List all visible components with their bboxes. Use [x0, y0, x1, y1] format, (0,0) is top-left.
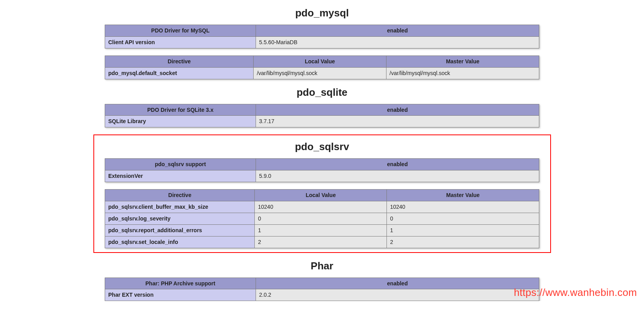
directive-name: pdo_sqlsrv.report_additional_errors [105, 224, 255, 236]
pdo-mysql-directive-table-wrap: Directive Local Value Master Value pdo_m… [105, 56, 539, 79]
section-heading-pdo-sqlsrv: pdo_sqlsrv [94, 141, 550, 153]
table-header-cell: Local Value [255, 190, 387, 201]
section-heading-pdo-mysql: pdo_mysql [0, 7, 644, 19]
table-header-cell: Directive [105, 190, 255, 201]
directive-name: pdo_mysql.default_socket [105, 67, 254, 79]
directive-local-value: 10240 [255, 201, 387, 213]
pdo-mysql-directive-table: Directive Local Value Master Value pdo_m… [105, 56, 539, 79]
page-root: pdo_mysql PDO Driver for MySQL enabled C… [0, 7, 644, 301]
config-key: Phar EXT version [105, 289, 256, 301]
table-header-cell: Local Value [254, 56, 386, 67]
directive-local-value: 2 [255, 236, 387, 248]
config-value: 5.5.60-MariaDB [256, 36, 539, 48]
pdo-mysql-status-table: PDO Driver for MySQL enabled Client API … [105, 25, 539, 48]
table-header-cell: Master Value [386, 56, 539, 67]
config-key: ExtensionVer [105, 170, 256, 182]
section-heading-pdo-sqlite: pdo_sqlite [0, 86, 644, 99]
config-key: SQLite Library [105, 116, 256, 127]
pdo-sqlite-status-table: PDO Driver for SQLite 3.x enabled SQLite… [105, 104, 539, 128]
directive-local-value: /var/lib/mysql/mysql.sock [254, 67, 386, 79]
table-header-cell: enabled [256, 159, 539, 170]
phar-status-table-wrap: Phar: PHP Archive support enabled Phar E… [105, 278, 539, 301]
config-key: Client API version [105, 36, 256, 48]
directive-master-value: /var/lib/mysql/mysql.sock [386, 67, 539, 79]
config-value: 2.0.2 [256, 289, 539, 301]
directive-master-value: 0 [387, 213, 539, 224]
pdo-sqlsrv-status-table-wrap: pdo_sqlsrv support enabled ExtensionVer … [105, 158, 539, 182]
table-header-cell: PDO Driver for MySQL [105, 25, 256, 37]
pdo-mysql-status-table-wrap: PDO Driver for MySQL enabled Client API … [105, 25, 539, 48]
table-row: SQLite Library 3.7.17 [105, 116, 539, 127]
pdo-sqlsrv-directive-table-wrap: Directive Local Value Master Value pdo_s… [105, 189, 539, 248]
table-row: pdo_sqlsrv.set_locale_info 2 2 [105, 236, 539, 248]
config-value: 3.7.17 [256, 116, 539, 127]
directive-local-value: 0 [255, 213, 387, 224]
directive-master-value: 2 [387, 236, 539, 248]
table-header-cell: pdo_sqlsrv support [105, 159, 256, 170]
directive-master-value: 10240 [387, 201, 539, 213]
table-row: pdo_sqlsrv.client_buffer_max_kb_size 102… [105, 201, 539, 213]
table-row: ExtensionVer 5.9.0 [105, 170, 539, 182]
pdo-sqlsrv-status-table: pdo_sqlsrv support enabled ExtensionVer … [105, 158, 539, 182]
phar-status-table: Phar: PHP Archive support enabled Phar E… [105, 278, 539, 301]
table-row: Client API version 5.5.60-MariaDB [105, 36, 539, 48]
directive-master-value: 1 [387, 224, 539, 236]
section-heading-phar: Phar [0, 260, 644, 272]
pdo-sqlsrv-directive-table: Directive Local Value Master Value pdo_s… [105, 189, 539, 248]
table-header-cell: Master Value [387, 190, 539, 201]
table-header-cell: enabled [256, 104, 539, 116]
directive-name: pdo_sqlsrv.set_locale_info [105, 236, 255, 248]
directive-local-value: 1 [255, 224, 387, 236]
table-header-cell: Phar: PHP Archive support [105, 278, 256, 289]
config-value: 5.9.0 [256, 170, 539, 182]
table-row: pdo_sqlsrv.report_additional_errors 1 1 [105, 224, 539, 236]
highlight-box-pdo-sqlsrv: pdo_sqlsrv pdo_sqlsrv support enabled Ex… [93, 134, 551, 253]
table-header-cell: enabled [256, 25, 539, 37]
table-header-cell: PDO Driver for SQLite 3.x [105, 104, 256, 116]
table-header-cell: Directive [105, 56, 254, 67]
table-row: pdo_mysql.default_socket /var/lib/mysql/… [105, 67, 539, 79]
pdo-sqlite-status-table-wrap: PDO Driver for SQLite 3.x enabled SQLite… [105, 104, 539, 128]
table-row: Phar EXT version 2.0.2 [105, 289, 539, 301]
table-row: pdo_sqlsrv.log_severity 0 0 [105, 213, 539, 224]
directive-name: pdo_sqlsrv.log_severity [105, 213, 255, 224]
table-header-cell: enabled [256, 278, 539, 289]
directive-name: pdo_sqlsrv.client_buffer_max_kb_size [105, 201, 255, 213]
